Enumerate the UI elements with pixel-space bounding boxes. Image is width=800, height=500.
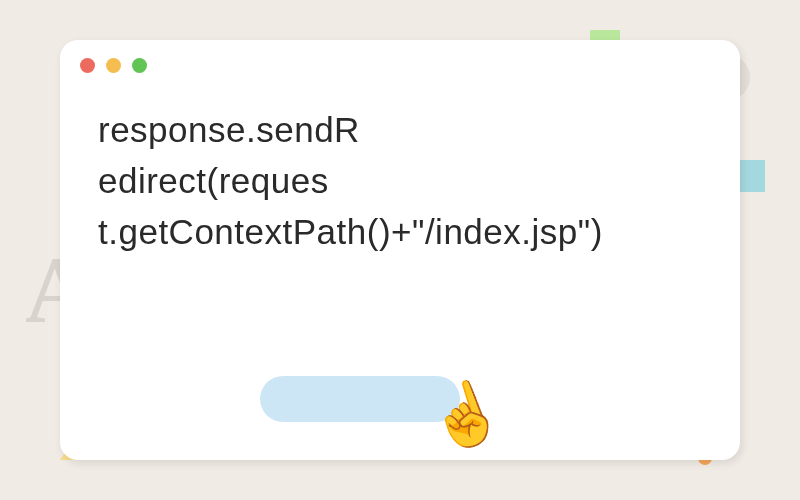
question-card: response.sendR edirect(reques t.getConte… bbox=[60, 40, 740, 460]
code-line-2: edirect(reques bbox=[98, 156, 702, 207]
minimize-icon[interactable] bbox=[106, 58, 121, 73]
code-line-1: response.sendR bbox=[98, 105, 702, 156]
maximize-icon[interactable] bbox=[132, 58, 147, 73]
code-content: response.sendR edirect(reques t.getConte… bbox=[60, 90, 740, 272]
code-line-3: t.getContextPath()+"/index.jsp") bbox=[98, 207, 702, 258]
close-icon[interactable] bbox=[80, 58, 95, 73]
window-titlebar bbox=[60, 40, 740, 90]
